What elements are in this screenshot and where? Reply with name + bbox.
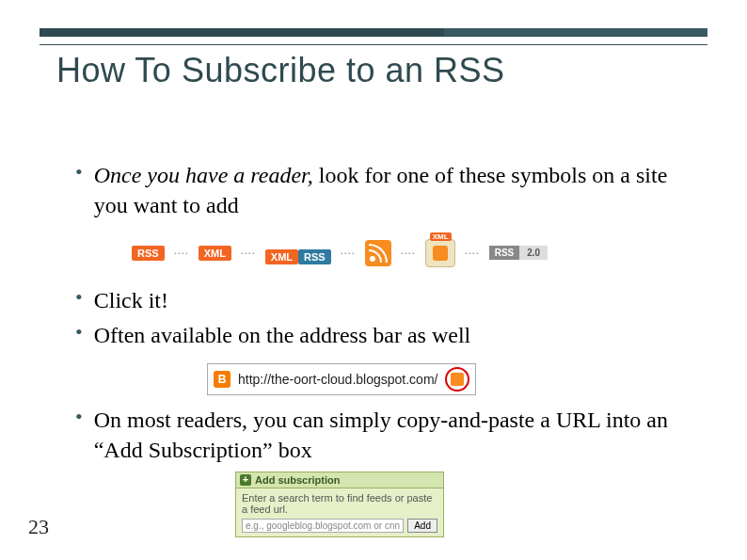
bullet-1: • Once you have a reader, look for one o… (75, 160, 691, 221)
rule-top (40, 28, 707, 36)
xml-badge-1: XML (199, 246, 231, 261)
cup-xml-label: XML (430, 232, 452, 241)
rss-badge-teal: RSS (298, 249, 331, 264)
xml-rss-combo: XMLRSS (265, 238, 331, 268)
slide: How To Subscribe to an RSS • Once you ha… (0, 0, 747, 560)
bullet-dot: • (75, 160, 83, 184)
slide-title: How To Subscribe to an RSS (56, 51, 505, 90)
rule-bottom (40, 36, 707, 45)
add-subscription-body: Enter a search term to find feeds or pas… (236, 488, 443, 536)
separator-dots: ···· (401, 246, 416, 261)
bullet-4-text: On most readers, you can simply copy-and… (94, 405, 691, 466)
rss-badge-row: RSS ···· XML ···· XMLRSS ···· ···· XML ·… (132, 238, 691, 268)
bullet-2: • Click it! (75, 285, 691, 315)
address-bar[interactable]: http://the-oort-cloud.blogspot.com/ (207, 363, 476, 395)
bullet-2-text: Click it! (94, 285, 691, 315)
page-number: 23 (28, 515, 49, 539)
plus-icon: + (240, 474, 251, 486)
separator-dots: ···· (341, 246, 356, 261)
separator-dots: ···· (174, 246, 189, 261)
bullet-1-text: Once you have a reader, look for one of … (94, 160, 691, 221)
bullet-dot: • (75, 320, 83, 344)
add-subscription-button[interactable]: Add (407, 519, 437, 533)
rss-2-0-left: RSS (489, 246, 520, 260)
blogger-icon (214, 371, 230, 388)
bullet-dot: • (75, 405, 83, 429)
bullet-4: • On most readers, you can simply copy-a… (75, 405, 691, 466)
bullet-dot: • (75, 285, 83, 310)
rss-badge: RSS (132, 246, 165, 261)
xml-badge-2: XML (265, 249, 298, 264)
bullet-1-em: Once you have a reader, (94, 163, 313, 187)
add-subscription-title: Add subscription (255, 474, 340, 486)
bullet-3-text: Often available on the address bar as we… (94, 320, 691, 350)
add-subscription-widget: + Add subscription Enter a search term t… (235, 472, 444, 537)
slide-body: • Once you have a reader, look for one o… (75, 160, 691, 537)
add-subscription-input[interactable] (242, 519, 404, 533)
rule-accent (444, 28, 707, 36)
separator-dots: ···· (241, 246, 256, 261)
rss-2-0-badge: RSS 2.0 (489, 246, 548, 260)
rss-feed-icon (365, 240, 391, 266)
add-subscription-header[interactable]: + Add subscription (236, 472, 443, 488)
rss-mini-icon (451, 373, 464, 386)
rss-2-0-right: 2.0 (519, 246, 548, 260)
address-bar-feed-icon[interactable] (445, 367, 469, 392)
bullet-3: • Often available on the address bar as … (75, 320, 691, 350)
separator-dots: ···· (465, 246, 480, 261)
address-bar-url: http://the-oort-cloud.blogspot.com/ (238, 372, 437, 387)
title-rules (40, 28, 707, 45)
add-subscription-hint: Enter a search term to find feeds or pas… (242, 492, 437, 515)
rss-cup-icon: XML (425, 239, 455, 267)
